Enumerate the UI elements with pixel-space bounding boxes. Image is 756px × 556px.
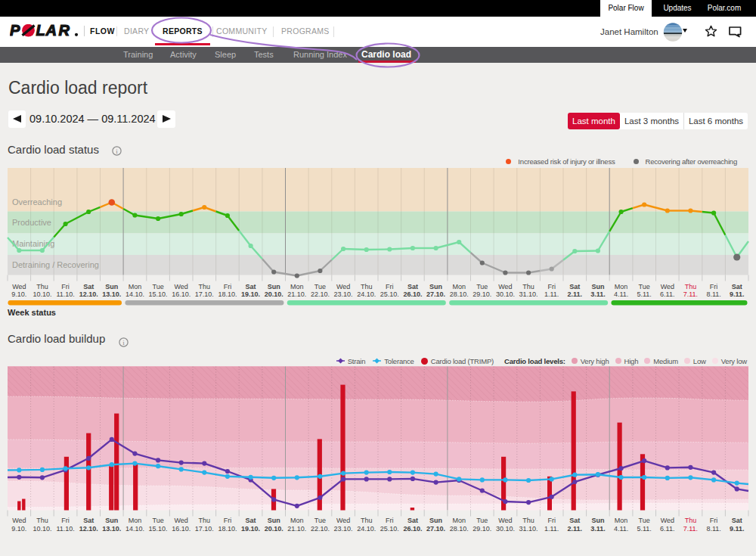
svg-text:Wed: Wed [661,283,674,290]
svg-text:25.10.: 25.10. [380,290,399,298]
svg-text:Thu: Thu [361,517,373,524]
svg-text:12.10.: 12.10. [79,290,98,298]
svg-text:24.10.: 24.10. [357,525,376,533]
svg-text:Mon: Mon [452,283,466,290]
svg-text:Sat: Sat [569,283,580,290]
svg-text:18.10.: 18.10. [218,525,237,533]
svg-text:Sun: Sun [105,283,118,290]
svg-text:17.10.: 17.10. [195,290,214,298]
svg-text:Wed: Wed [12,283,26,290]
svg-text:4.11.: 4.11. [614,525,628,533]
svg-text:22.10.: 22.10. [311,525,330,533]
svg-text:8.11.: 8.11. [706,525,720,533]
svg-text:Tue: Tue [153,283,164,290]
svg-text:1.11.: 1.11. [544,525,559,533]
svg-text:11.10.: 11.10. [56,525,74,533]
svg-text:15.10.: 15.10. [149,290,168,298]
svg-text:13.10.: 13.10. [102,525,121,533]
svg-text:Wed: Wed [12,517,26,524]
svg-text:31.10.: 31.10. [519,525,538,533]
svg-text:14.10.: 14.10. [125,290,144,298]
svg-text:Wed: Wed [175,283,188,290]
svg-text:22.10.: 22.10. [311,290,330,298]
svg-text:Fri: Fri [61,517,70,524]
svg-text:18.10.: 18.10. [218,290,237,298]
svg-text:20.10.: 20.10. [265,290,284,298]
svg-text:23.10.: 23.10. [334,290,353,298]
svg-text:Fri: Fri [386,517,394,524]
svg-text:Wed: Wed [498,517,512,524]
svg-text:8.11.: 8.11. [706,290,720,298]
svg-text:17.10.: 17.10. [195,525,214,533]
svg-text:Sat: Sat [407,283,418,290]
svg-text:Sat: Sat [83,517,94,524]
svg-text:Mon: Mon [452,517,466,524]
svg-text:9.11.: 9.11. [730,290,745,298]
svg-text:13.10.: 13.10. [102,290,121,298]
svg-text:Sun: Sun [268,517,280,524]
svg-text:Thu: Thu [36,283,48,290]
svg-text:Sun: Sun [268,283,280,290]
svg-text:Fri: Fri [710,517,718,524]
svg-text:Wed: Wed [661,517,674,524]
svg-text:Sun: Sun [429,283,442,290]
svg-text:20.10.: 20.10. [265,525,284,533]
svg-text:14.10.: 14.10. [125,525,144,533]
svg-text:29.10.: 29.10. [472,525,491,533]
svg-text:12.10.: 12.10. [79,525,98,533]
svg-text:9.10.: 9.10. [11,290,26,298]
svg-text:9.11.: 9.11. [730,525,745,533]
svg-text:Sat: Sat [407,517,418,524]
svg-text:4.11.: 4.11. [614,290,628,298]
svg-text:25.10.: 25.10. [380,525,399,533]
svg-text:Wed: Wed [175,517,188,524]
svg-text:Tue: Tue [314,283,326,290]
svg-text:Fri: Fri [224,283,232,290]
svg-text:Wed: Wed [336,517,350,524]
svg-text:1.11.: 1.11. [544,290,559,298]
svg-text:Mon: Mon [290,283,304,290]
svg-text:Productive: Productive [12,218,51,227]
svg-text:Fri: Fri [710,283,718,290]
svg-text:26.10.: 26.10. [403,290,422,298]
svg-text:16.10.: 16.10. [172,525,191,533]
svg-text:2.11.: 2.11. [568,525,583,533]
svg-text:15.10.: 15.10. [149,525,168,533]
svg-text:Mon: Mon [615,283,628,290]
svg-text:Thu: Thu [36,517,48,524]
svg-text:Tue: Tue [476,283,488,290]
svg-text:6.11.: 6.11. [660,290,674,298]
svg-text:7.11.: 7.11. [683,290,698,298]
svg-text:Tue: Tue [314,517,326,524]
svg-text:Sat: Sat [732,517,742,524]
svg-text:10.10.: 10.10. [33,525,51,533]
svg-text:6.11.: 6.11. [660,525,674,533]
svg-text:11.10.: 11.10. [56,290,74,298]
svg-text:5.11.: 5.11. [637,525,652,533]
svg-text:Tue: Tue [153,517,164,524]
svg-text:Fri: Fri [224,517,232,524]
svg-text:Fri: Fri [547,517,556,524]
svg-text:Wed: Wed [336,283,350,290]
svg-text:23.10.: 23.10. [334,525,353,533]
svg-text:Mon: Mon [290,517,304,524]
svg-text:27.10.: 27.10. [426,290,445,298]
svg-text:19.10.: 19.10. [241,525,260,533]
svg-text:Sat: Sat [732,283,742,290]
svg-text:Thu: Thu [522,517,534,524]
svg-text:Sat: Sat [83,283,94,290]
svg-text:28.10.: 28.10. [450,290,469,298]
svg-text:Sat: Sat [569,517,580,524]
svg-text:21.10.: 21.10. [287,290,306,298]
svg-text:Sun: Sun [591,283,604,290]
svg-text:Thu: Thu [199,283,211,290]
svg-text:Overreaching: Overreaching [12,197,62,207]
svg-text:Mon: Mon [615,517,628,524]
svg-text:30.10.: 30.10. [496,525,515,533]
svg-text:Sun: Sun [591,517,604,524]
svg-text:Sat: Sat [246,283,256,290]
svg-text:Tue: Tue [639,517,650,524]
svg-text:9.10.: 9.10. [11,525,26,533]
svg-text:Thu: Thu [685,517,697,524]
svg-text:30.10.: 30.10. [496,290,515,298]
